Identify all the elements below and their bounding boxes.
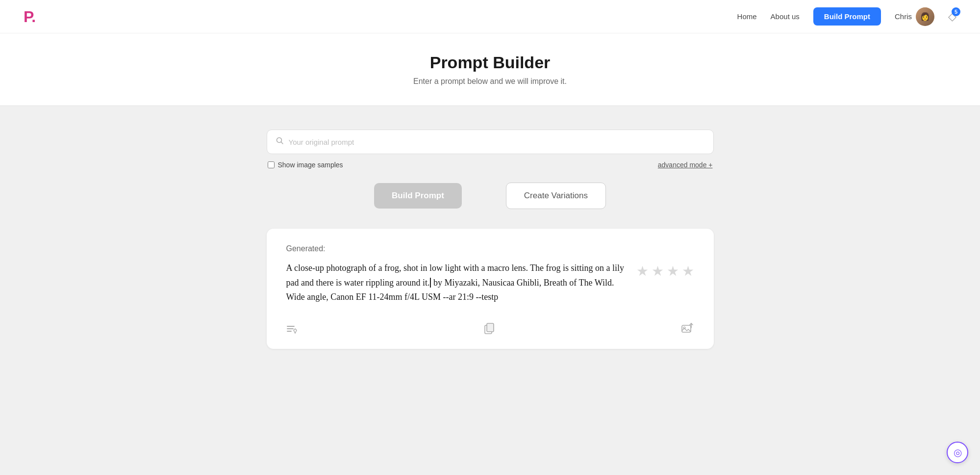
navbar: P. Home About us Build Prompt Chris 👩 ◇ … (0, 0, 980, 33)
navbar-left: P. (24, 9, 35, 25)
user-menu[interactable]: Chris 👩 (895, 7, 934, 26)
upload-image-action[interactable] (681, 322, 694, 335)
svg-rect-7 (682, 325, 691, 332)
card-actions (286, 318, 694, 335)
prompt-input[interactable] (289, 138, 704, 146)
page-subtitle: Enter a prompt below and we will improve… (0, 77, 980, 86)
advanced-mode-link[interactable]: advanced mode + (658, 161, 713, 169)
star-rating[interactable]: ★ ★ ★ ★ (636, 263, 694, 279)
action-buttons-row: Build Prompt Create Variations (267, 183, 714, 209)
generated-text: A close-up photograph of a frog, shot in… (286, 261, 625, 305)
avatar[interactable]: 👩 (916, 7, 934, 26)
chat-fab[interactable]: ◎ (947, 442, 968, 463)
options-row: Show image samples advanced mode + (267, 161, 714, 169)
center-container: Show image samples advanced mode + Build… (255, 130, 726, 349)
credits-badge: 5 (952, 7, 960, 16)
build-prompt-button[interactable]: Build Prompt (374, 183, 462, 209)
copy-action[interactable] (484, 323, 495, 335)
header-section: Prompt Builder Enter a prompt below and … (0, 33, 980, 106)
star-2[interactable]: ★ (652, 263, 664, 279)
show-image-samples-checkbox[interactable] (268, 161, 275, 168)
edit-action[interactable] (286, 324, 297, 334)
svg-rect-6 (487, 323, 494, 332)
nav-home-link[interactable]: Home (737, 12, 757, 21)
show-image-samples-label[interactable]: Show image samples (268, 161, 343, 169)
build-prompt-nav-button[interactable]: Build Prompt (813, 7, 881, 26)
show-image-samples-text: Show image samples (278, 161, 343, 169)
generated-label: Generated: (286, 244, 694, 253)
user-name: Chris (895, 12, 912, 21)
search-icon (276, 137, 284, 147)
page-title: Prompt Builder (0, 53, 980, 72)
generated-card: Generated: A close-up photograph of a fr… (267, 229, 714, 349)
star-3[interactable]: ★ (667, 263, 679, 279)
star-4[interactable]: ★ (682, 263, 694, 279)
main-content: Show image samples advanced mode + Build… (0, 106, 980, 475)
prompt-input-container (267, 130, 714, 154)
star-1[interactable]: ★ (636, 263, 649, 279)
create-variations-button[interactable]: Create Variations (506, 183, 606, 209)
svg-line-1 (281, 142, 283, 144)
avatar-image: 👩 (916, 7, 934, 26)
text-cursor (430, 278, 431, 288)
navbar-right: Home About us Build Prompt Chris 👩 ◇ 5 (737, 7, 956, 26)
generated-content-row: A close-up photograph of a frog, shot in… (286, 261, 694, 305)
chat-bubble-icon: ◎ (954, 447, 962, 458)
nav-about-link[interactable]: About us (771, 12, 800, 21)
diamond-credits[interactable]: ◇ 5 (948, 10, 956, 23)
logo[interactable]: P. (24, 9, 35, 25)
